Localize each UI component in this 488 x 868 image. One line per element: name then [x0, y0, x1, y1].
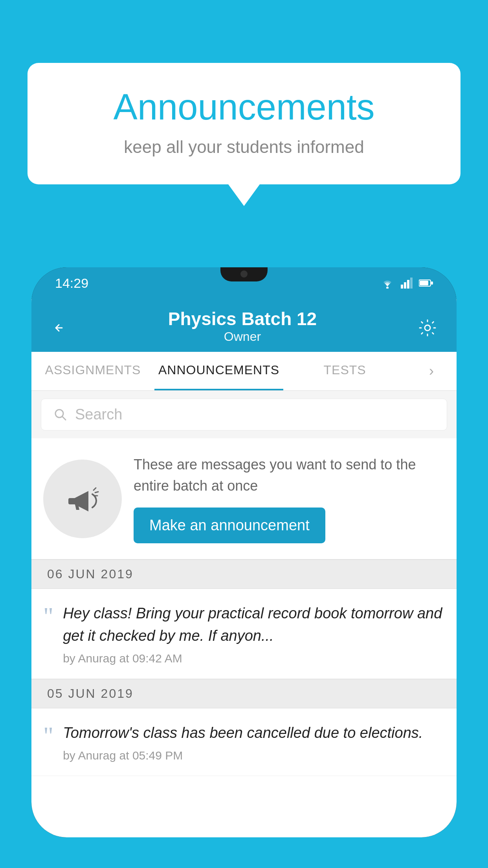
phone-frame: 14:29: [31, 267, 457, 837]
announcement-content-2: Tomorrow's class has been cancelled due …: [63, 722, 445, 762]
announcement-content-1: Hey class! Bring your practical record b…: [63, 602, 445, 665]
phone-content: Physics Batch 12 Owner ASSIGNMENTS ANNOU…: [31, 299, 457, 837]
speech-bubble-subtitle: keep all your students informed: [59, 137, 429, 157]
tab-announcements[interactable]: ANNOUNCEMENTS: [154, 352, 283, 390]
tab-tests[interactable]: TESTS: [283, 352, 406, 390]
megaphone-icon: [63, 479, 102, 519]
status-icons: [380, 278, 433, 289]
batch-title: Physics Batch 12: [168, 308, 317, 329]
svg-line-10: [94, 488, 96, 490]
phone-notch: [220, 267, 268, 281]
status-bar: 14:29: [31, 267, 457, 299]
back-button[interactable]: [51, 314, 67, 338]
announcement-icon-circle: [43, 460, 122, 538]
announcement-meta-2: by Anurag at 05:49 PM: [63, 749, 445, 762]
speech-bubble-section: Announcements keep all your students inf…: [28, 63, 460, 206]
announcement-description: These are messages you want to send to t…: [134, 454, 445, 497]
quote-icon-2: ": [43, 723, 53, 748]
search-placeholder: Search: [75, 406, 122, 423]
phone-wrapper: 14:29: [31, 267, 457, 868]
speech-bubble-card: Announcements keep all your students inf…: [28, 63, 460, 184]
search-bar[interactable]: Search: [41, 399, 447, 430]
svg-rect-1: [401, 285, 403, 289]
svg-rect-7: [431, 281, 433, 285]
svg-rect-6: [420, 281, 428, 285]
svg-rect-4: [410, 278, 413, 289]
settings-button[interactable]: [418, 314, 437, 338]
announcement-meta-1: by Anurag at 09:42 AM: [63, 652, 445, 665]
batch-role: Owner: [168, 329, 317, 344]
search-bar-wrapper: Search: [31, 391, 457, 438]
svg-rect-2: [404, 282, 406, 289]
svg-point-0: [386, 287, 389, 289]
battery-icon: [419, 279, 433, 287]
announcement-text-1: Hey class! Bring your practical record b…: [63, 602, 445, 647]
speech-bubble-arrow: [228, 184, 260, 206]
date-divider-1: 06 JUN 2019: [31, 559, 457, 589]
wifi-icon: [380, 278, 394, 289]
app-header: Physics Batch 12 Owner: [31, 299, 457, 352]
speech-bubble-title: Announcements: [59, 86, 429, 128]
quote-icon-1: ": [43, 604, 53, 629]
svg-point-8: [425, 325, 430, 331]
make-announcement-button[interactable]: Make an announcement: [134, 508, 325, 543]
search-icon: [53, 407, 68, 422]
date-divider-2: 05 JUN 2019: [31, 679, 457, 708]
tab-more[interactable]: ›: [406, 352, 457, 390]
svg-rect-3: [407, 280, 409, 289]
announcement-text-2: Tomorrow's class has been cancelled due …: [63, 722, 445, 744]
announcement-right: These are messages you want to send to t…: [134, 454, 445, 543]
status-time: 14:29: [55, 276, 88, 291]
tabs-bar: ASSIGNMENTS ANNOUNCEMENTS TESTS ›: [31, 352, 457, 391]
svg-line-11: [95, 492, 98, 493]
announcement-item-1: " Hey class! Bring your practical record…: [31, 589, 457, 679]
tab-assignments[interactable]: ASSIGNMENTS: [31, 352, 154, 390]
announcement-empty-state: These are messages you want to send to t…: [31, 438, 457, 559]
announcement-item-2: " Tomorrow's class has been cancelled du…: [31, 708, 457, 776]
header-title-group: Physics Batch 12 Owner: [168, 308, 317, 344]
signal-icon: [401, 278, 413, 289]
